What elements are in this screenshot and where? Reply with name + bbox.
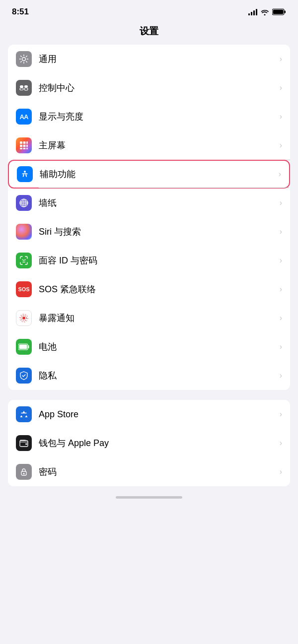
svg-rect-9 — [23, 141, 26, 144]
svg-rect-13 — [26, 145, 28, 147]
svg-rect-8 — [20, 141, 22, 144]
row-accessibility[interactable]: 辅助功能 › — [8, 160, 290, 189]
privacy-label: 隐私 — [39, 370, 278, 382]
signal-icon — [248, 8, 257, 15]
svg-rect-5 — [24, 88, 28, 90]
row-faceid[interactable]: 面容 ID 与密码 › — [8, 246, 290, 275]
svg-rect-10 — [26, 141, 28, 144]
row-sos[interactable]: SOS SOS 紧急联络 › — [8, 275, 290, 304]
wifi-icon — [260, 8, 269, 15]
row-password[interactable]: 密码 › — [8, 457, 290, 486]
chevron-icon: › — [280, 314, 282, 322]
siri-icon — [16, 224, 32, 240]
row-wallet[interactable]: 钱包与 Apple Pay › — [8, 429, 290, 457]
svg-rect-4 — [20, 85, 23, 88]
privacy-icon — [16, 368, 32, 384]
chevron-icon: › — [280, 342, 282, 351]
chevron-icon: › — [280, 410, 282, 419]
row-wallpaper[interactable]: 墙纸 › — [8, 189, 290, 217]
row-siri[interactable]: Siri 与搜索 › — [8, 217, 290, 246]
general-section: 通用 › 控制中心 › AA 显示与亮度 › — [8, 45, 290, 390]
svg-rect-14 — [20, 148, 22, 149]
battery-row-icon — [16, 339, 32, 355]
chevron-icon: › — [280, 141, 282, 150]
homescreen-icon — [16, 137, 32, 153]
svg-rect-15 — [23, 148, 26, 149]
svg-rect-12 — [23, 145, 26, 147]
sos-icon: SOS — [16, 281, 32, 297]
password-label: 密码 — [39, 466, 278, 478]
wallet-label: 钱包与 Apple Pay — [39, 437, 278, 449]
faceid-icon — [16, 253, 32, 268]
appstore-icon — [16, 406, 32, 422]
appstore-label: App Store — [39, 409, 278, 420]
accessibility-icon — [17, 166, 33, 182]
chevron-icon: › — [279, 170, 281, 179]
faceid-label: 面容 ID 与密码 — [39, 255, 278, 266]
svg-rect-6 — [20, 88, 23, 90]
status-icons — [248, 8, 286, 15]
svg-rect-33 — [20, 440, 26, 441]
svg-point-35 — [23, 473, 25, 474]
gear-icon — [16, 51, 32, 67]
chevron-icon: › — [280, 112, 282, 121]
svg-rect-1 — [285, 11, 286, 13]
homescreen-label: 主屏幕 — [39, 139, 278, 151]
wallpaper-icon — [16, 195, 32, 211]
svg-rect-11 — [20, 145, 22, 147]
page-title: 设置 — [0, 21, 298, 45]
toggle-icon — [16, 80, 32, 96]
exposure-label: 暴露通知 — [39, 312, 278, 324]
row-appstore[interactable]: App Store › — [8, 400, 290, 429]
chevron-icon: › — [280, 256, 282, 265]
chevron-icon: › — [280, 198, 282, 207]
chevron-icon: › — [280, 467, 282, 476]
store-section: App Store › 钱包与 Apple Pay › 密码 › — [8, 400, 290, 486]
display-label: 显示与亮度 — [39, 111, 278, 123]
row-homescreen[interactable]: 主屏幕 › — [8, 131, 290, 160]
accessibility-label: 辅助功能 — [40, 168, 277, 180]
chevron-icon: › — [280, 227, 282, 236]
svg-rect-16 — [26, 148, 28, 149]
control-center-label: 控制中心 — [39, 82, 278, 94]
row-privacy[interactable]: 隐私 › — [8, 361, 290, 390]
password-icon — [16, 464, 32, 480]
chevron-icon: › — [280, 285, 282, 294]
battery-icon — [272, 8, 286, 15]
general-label: 通用 — [39, 53, 278, 65]
home-indicator — [116, 496, 182, 499]
chevron-icon: › — [280, 371, 282, 380]
chevron-icon: › — [280, 83, 282, 92]
status-bar: 8:51 — [0, 0, 298, 21]
svg-rect-32 — [25, 444, 27, 445]
wallet-icon — [16, 435, 32, 451]
svg-point-24 — [22, 317, 25, 320]
row-battery[interactable]: 电池 › — [8, 332, 290, 361]
display-icon: AA — [16, 109, 32, 125]
svg-rect-29 — [19, 345, 27, 349]
svg-rect-7 — [24, 85, 28, 88]
status-time: 8:51 — [12, 7, 29, 17]
siri-label: Siri 与搜索 — [39, 226, 278, 238]
chevron-icon: › — [280, 439, 282, 448]
sos-label: SOS 紧急联络 — [39, 283, 278, 295]
exposure-icon — [16, 310, 32, 326]
row-control-center[interactable]: 控制中心 › — [8, 73, 290, 102]
svg-point-18 — [24, 171, 26, 173]
svg-rect-28 — [28, 345, 29, 348]
wallpaper-label: 墙纸 — [39, 197, 278, 209]
svg-point-3 — [22, 58, 26, 61]
chevron-icon: › — [280, 55, 282, 64]
row-general[interactable]: 通用 › — [8, 45, 290, 73]
svg-rect-2 — [273, 10, 284, 14]
row-exposure[interactable]: 暴露通知 › — [8, 304, 290, 332]
row-display[interactable]: AA 显示与亮度 › — [8, 102, 290, 131]
battery-label: 电池 — [39, 341, 278, 353]
